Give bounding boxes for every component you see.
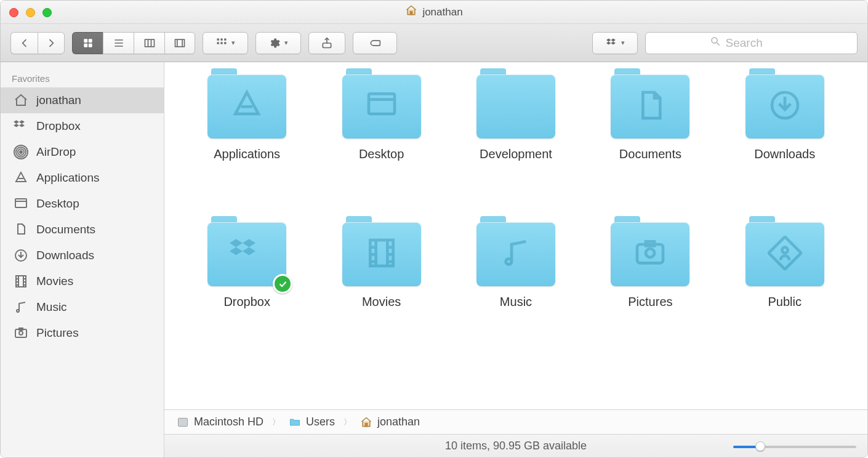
search-field[interactable]	[645, 32, 858, 54]
close-window-button[interactable]	[9, 8, 18, 17]
titlebar: jonathan	[1, 1, 867, 24]
back-button[interactable]	[10, 32, 38, 54]
svg-point-21	[712, 38, 717, 43]
dropbox-icon	[13, 118, 29, 134]
home-icon	[13, 92, 29, 108]
column-view-button[interactable]	[134, 32, 164, 54]
dropbox-menu-button[interactable]: ▾	[592, 32, 638, 54]
svg-rect-16	[224, 38, 226, 40]
sidebar-item-desktop[interactable]: Desktop	[1, 191, 164, 217]
svg-point-43	[19, 331, 23, 335]
file-item-desktop[interactable]: Desktop	[342, 74, 421, 161]
sidebar-item-label: Desktop	[36, 197, 79, 211]
path-separator-icon: 〉	[272, 417, 280, 428]
file-item-downloads[interactable]: Downloads	[745, 74, 824, 161]
sidebar-item-downloads[interactable]: Downloads	[1, 243, 164, 268]
sidebar-item-label: AirDrop	[36, 145, 76, 159]
svg-rect-19	[224, 42, 226, 44]
chevron-down-icon: ▾	[284, 39, 288, 47]
svg-rect-14	[217, 38, 219, 40]
sidebar-item-applications[interactable]: Applications	[1, 165, 164, 191]
airdrop-icon	[13, 144, 29, 160]
file-label: Movies	[362, 295, 401, 309]
sidebar-item-airdrop[interactable]: AirDrop	[1, 139, 164, 165]
icon-size-slider[interactable]	[733, 440, 856, 452]
window-title: jonathan	[422, 6, 462, 18]
title-home-icon	[405, 4, 417, 20]
svg-rect-8	[145, 39, 154, 47]
svg-line-22	[717, 42, 720, 46]
file-item-documents[interactable]: Documents	[611, 74, 689, 161]
search-icon	[710, 36, 721, 50]
list-view-button[interactable]	[103, 32, 134, 54]
sidebar-item-label: jonathan	[36, 94, 81, 107]
chevron-down-icon: ▾	[621, 39, 625, 47]
file-item-music[interactable]: Music	[476, 222, 555, 309]
folder-icon	[207, 222, 286, 286]
icon-view-button[interactable]	[72, 32, 103, 54]
forward-button[interactable]	[38, 32, 65, 54]
action-menu-button[interactable]: ▾	[255, 32, 301, 54]
group-by-button[interactable]: ▾	[203, 32, 248, 54]
path-separator-icon: 〉	[344, 417, 352, 428]
file-item-pictures[interactable]: Pictures	[611, 222, 689, 309]
gallery-view-button[interactable]	[164, 32, 195, 54]
folder-icon	[476, 74, 555, 139]
sidebar-item-label: Dropbox	[36, 119, 81, 133]
svg-point-23	[20, 151, 22, 153]
file-item-movies[interactable]: Movies	[342, 222, 421, 309]
sidebar-item-documents[interactable]: Documents	[1, 217, 164, 243]
sidebar-item-jonathan[interactable]: jonathan	[1, 87, 164, 113]
svg-point-59	[506, 259, 512, 264]
svg-rect-65	[179, 418, 188, 426]
svg-point-64	[782, 247, 787, 253]
file-label: Applications	[214, 147, 280, 161]
file-item-public[interactable]: Public	[745, 222, 824, 309]
tags-button[interactable]	[353, 32, 397, 54]
search-input[interactable]	[726, 36, 794, 50]
path-segment-label: jonathan	[377, 416, 420, 428]
file-label: Pictures	[628, 295, 672, 309]
sidebar-item-label: Music	[36, 300, 67, 314]
svg-rect-1	[84, 39, 87, 42]
app-icon	[13, 170, 29, 186]
status-bar: 10 items, 90.95 GB available	[164, 434, 867, 457]
svg-rect-20	[323, 43, 331, 48]
synced-badge-icon	[273, 274, 292, 294]
sidebar-section-header: Favorites	[1, 70, 164, 87]
file-label: Development	[480, 147, 552, 161]
path-segment-label: Macintosh HD	[194, 416, 263, 428]
folder-icon	[289, 416, 301, 428]
path-segment-jonathan[interactable]: jonathan	[360, 416, 420, 428]
sidebar-item-dropbox[interactable]: Dropbox	[1, 113, 164, 139]
svg-rect-46	[369, 94, 395, 114]
files-grid[interactable]: ApplicationsDesktopDevelopmentDocumentsD…	[164, 62, 867, 409]
sidebar-item-music[interactable]: Music	[1, 294, 164, 320]
file-label: Downloads	[754, 147, 815, 161]
file-item-development[interactable]: Development	[476, 74, 555, 161]
sidebar-item-movies[interactable]: Movies	[1, 268, 164, 294]
svg-rect-15	[220, 38, 222, 40]
folder-icon	[745, 74, 824, 139]
disk-icon	[177, 416, 189, 428]
svg-rect-17	[217, 42, 219, 44]
sidebar-item-label: Applications	[36, 171, 99, 185]
file-item-applications[interactable]: Applications	[207, 74, 286, 161]
main-area: ApplicationsDesktopDevelopmentDocumentsD…	[164, 62, 867, 457]
download-icon	[13, 247, 29, 263]
share-button[interactable]	[308, 32, 345, 54]
minimize-window-button[interactable]	[26, 8, 35, 17]
path-segment-users[interactable]: Users	[289, 416, 335, 428]
file-label: Desktop	[359, 147, 404, 161]
svg-point-41	[17, 310, 19, 312]
path-segment-macintosh-hd[interactable]: Macintosh HD	[177, 416, 263, 428]
pictures-icon	[13, 325, 29, 341]
zoom-window-button[interactable]	[42, 8, 52, 17]
svg-rect-0	[411, 12, 412, 15]
sidebar-item-pictures[interactable]: Pictures	[1, 320, 164, 346]
svg-rect-18	[220, 42, 222, 44]
sidebar-item-label: Documents	[36, 223, 95, 236]
nav-buttons	[10, 32, 65, 54]
desktop-icon	[13, 196, 29, 212]
file-item-dropbox[interactable]: Dropbox	[207, 222, 286, 309]
